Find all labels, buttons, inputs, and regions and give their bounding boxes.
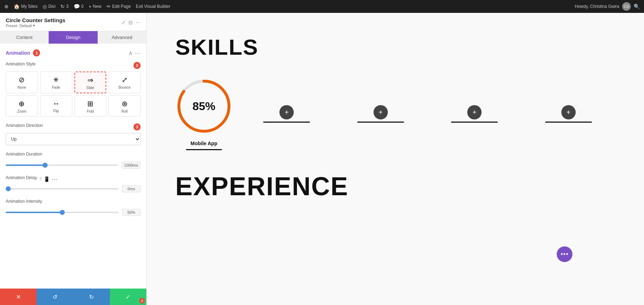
- delay-more-icon[interactable]: ⋯: [52, 176, 58, 183]
- divi-link[interactable]: ◎ Divi: [43, 4, 55, 9]
- add-underline-4: [545, 122, 592, 123]
- avatar[interactable]: CG: [622, 2, 631, 11]
- cancel-button[interactable]: ✕: [0, 289, 36, 305]
- add-counter-button-3[interactable]: +: [467, 105, 482, 119]
- animation-intensity-slider: 50%: [6, 209, 141, 216]
- duration-fill: [6, 164, 45, 166]
- expand-icon[interactable]: ⤢: [121, 20, 126, 25]
- animation-delay-header: Animation Delay ? 📱 ⋯: [6, 175, 141, 183]
- section-more-icon[interactable]: ⋯: [135, 50, 141, 56]
- animation-intensity-field: Animation Intensity 50%: [6, 199, 141, 216]
- save-button[interactable]: ✓ 4: [110, 289, 146, 305]
- new-link[interactable]: + New: [88, 4, 101, 9]
- animation-style-field: Animation Style 2 ⊘ None ✳ Fade ⇒: [6, 62, 141, 117]
- help-icon[interactable]: ?: [39, 177, 42, 182]
- tab-design[interactable]: Design: [49, 31, 97, 44]
- redo-button[interactable]: ↻: [73, 289, 110, 305]
- style-none[interactable]: ⊘ None: [6, 72, 38, 93]
- admin-bar: ⊕ 🏠 My Sites ◎ Divi ↻ 3 💬 0 + New ✏ Edit…: [0, 0, 644, 13]
- circle-counter: 85% Mobile App: [175, 78, 233, 150]
- wordpress-link[interactable]: ⊕: [4, 4, 9, 9]
- animation-intensity-header: Animation Intensity: [6, 199, 141, 207]
- tab-bar: Content Design Advanced: [0, 31, 146, 44]
- style-flip[interactable]: ↔ Flip: [40, 95, 72, 117]
- my-sites-link[interactable]: 🏠 My Sites: [14, 4, 38, 9]
- tab-advanced[interactable]: Advanced: [98, 31, 146, 44]
- style-bounce[interactable]: ⤢ Bounce: [108, 72, 141, 93]
- panel-header-icons: ⤢ ⊟ ⋯: [121, 20, 141, 25]
- main-layout: Circle Counter Settings Preset: Default …: [0, 13, 644, 305]
- edit-page-link[interactable]: ✏ Edit Page: [107, 4, 131, 9]
- comments-link[interactable]: 💬 0: [74, 4, 84, 9]
- chevron-down-icon: ▾: [33, 23, 35, 28]
- add-counter-button-4[interactable]: +: [561, 105, 576, 119]
- animation-style-grid: ⊘ None ✳ Fade ⇒ Slide ⤢ Bounce: [6, 72, 141, 117]
- animation-delay-field: Animation Delay ? 📱 ⋯ 0ms: [6, 175, 141, 192]
- home-icon: 🏠: [14, 4, 20, 9]
- comment-icon: 💬: [74, 4, 80, 9]
- floating-dots-button[interactable]: •••: [557, 246, 572, 262]
- collapse-icon[interactable]: ∧: [128, 50, 133, 56]
- section-controls: ∧ ⋯: [128, 50, 141, 56]
- grid-icon[interactable]: ⊟: [128, 20, 133, 25]
- animation-style-label: Animation Style: [6, 62, 35, 67]
- flip-icon: ↔: [42, 99, 70, 108]
- animation-duration-label: Animation Duration: [6, 152, 42, 157]
- style-fold[interactable]: ⊞ Fold: [74, 95, 107, 117]
- search-icon[interactable]: 🔍: [634, 4, 640, 9]
- fade-icon: ✳: [42, 75, 70, 84]
- animation-section-header: Animation 1 ∧ ⋯: [6, 49, 141, 56]
- updates-link[interactable]: ↻ 3: [60, 4, 69, 9]
- animation-direction-select[interactable]: Up Down Left Right: [6, 133, 141, 145]
- content-area: SKILLS 85% Mobile App: [147, 13, 644, 305]
- add-counter-button-2[interactable]: +: [374, 105, 388, 119]
- animation-duration-header: Animation Duration: [6, 152, 141, 159]
- zoom-icon: ⊕: [8, 99, 36, 108]
- circle-label: Mobile App: [175, 141, 233, 146]
- more-options-icon[interactable]: ⋯: [136, 20, 141, 25]
- circle-svg-wrap: 85%: [175, 78, 233, 135]
- roll-icon: ⊛: [110, 99, 139, 108]
- add-counter-1: +: [251, 105, 322, 123]
- animation-duration-slider: 1000ms: [6, 162, 141, 169]
- none-icon: ⊘: [8, 75, 36, 84]
- admin-bar-right: Howdy, Christina Gwira CG 🔍: [575, 2, 640, 11]
- animation-section-title: Animation 1: [6, 49, 40, 56]
- duration-thumb[interactable]: [43, 163, 48, 168]
- left-panel: Circle Counter Settings Preset: Default …: [0, 13, 147, 305]
- intensity-value: 50%: [122, 209, 141, 216]
- animation-direction-field: Animation Direction 3 Up Down Left Right: [6, 123, 141, 145]
- duration-value: 1000ms: [122, 162, 141, 169]
- add-underline-1: [263, 122, 310, 123]
- add-underline-3: [451, 122, 498, 123]
- delay-value: 0ms: [122, 185, 141, 192]
- pencil-icon: ✏: [107, 4, 111, 9]
- x-icon: ✕: [16, 294, 21, 300]
- check-icon: ✓: [126, 294, 130, 300]
- delay-thumb[interactable]: [6, 186, 11, 191]
- duration-track[interactable]: [6, 164, 118, 166]
- counter-row: 85% Mobile App + + +: [175, 78, 615, 150]
- delay-track[interactable]: [6, 188, 118, 190]
- exit-builder-link[interactable]: Exit Visual Builder: [136, 4, 171, 9]
- undo-button[interactable]: ↺: [36, 289, 73, 305]
- animation-delay-slider: 0ms: [6, 185, 141, 192]
- style-roll[interactable]: ⊛ Roll: [108, 95, 141, 117]
- style-slide[interactable]: ⇒ Slide: [74, 72, 107, 93]
- intensity-track[interactable]: [6, 212, 118, 213]
- wordpress-icon: ⊕: [4, 4, 9, 9]
- device-icon[interactable]: 📱: [44, 176, 50, 182]
- tab-content[interactable]: Content: [0, 31, 49, 44]
- preset-dropdown[interactable]: Preset: Default ▾: [6, 23, 65, 28]
- panel-title: Circle Counter Settings: [6, 17, 65, 23]
- plus-icon: +: [88, 4, 91, 9]
- add-counter-row: + + + +: [240, 105, 615, 123]
- add-counter-3: +: [439, 105, 510, 123]
- style-zoom[interactable]: ⊕ Zoom: [6, 95, 38, 117]
- badge-2: 2: [133, 62, 141, 69]
- intensity-thumb[interactable]: [60, 210, 65, 215]
- style-fade[interactable]: ✳ Fade: [40, 72, 72, 93]
- add-counter-2: +: [345, 105, 416, 123]
- add-counter-button-1[interactable]: +: [279, 105, 294, 119]
- animation-duration-field: Animation Duration 1000ms: [6, 152, 141, 169]
